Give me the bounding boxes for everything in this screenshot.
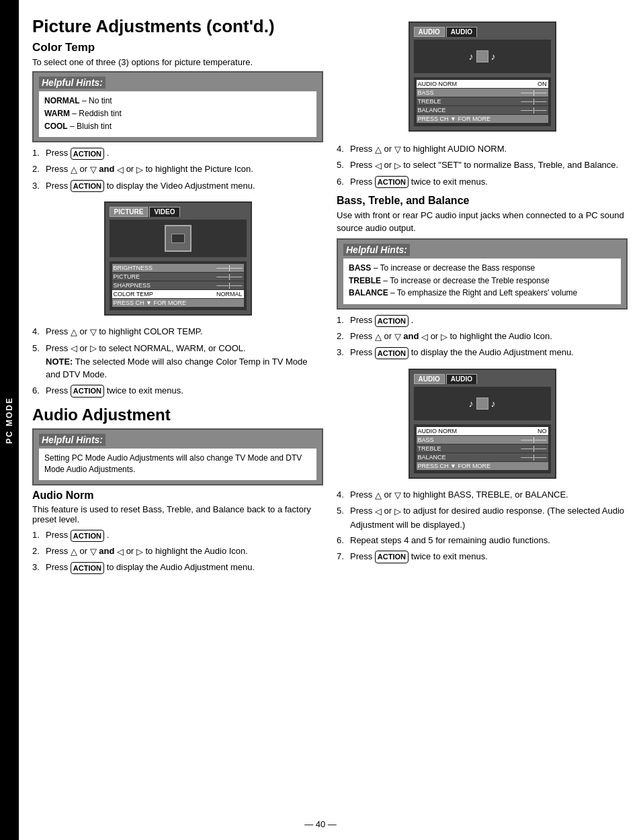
btb-description: Use with front or rear PC audio input ja… [337,209,628,234]
audio-norm-desc: This feature is used to reset Bass, Treb… [32,504,323,524]
action-btn-btb1[interactable]: ACTION [375,315,409,328]
audio-screen-top: AUDIO AUDIO ♪ ♪ AUDIO NORMON [409,21,556,132]
color-temp-steps-cont: 4. Press △ or ▽ to highlight COLOR TEMP.… [32,325,323,397]
screen-menu: BRIGHTNESS——|—— PICTURE——|—— SHARPNESS——… [110,261,247,310]
up-arrow: △ [71,163,77,177]
btb-step-2: 2. Press △ or ▽ and ◁ or ▷ to highlight … [337,330,628,343]
btb-hints-body: BASS – To increase or decrease the Bass … [343,259,621,304]
down-arrow: ▽ [90,163,97,177]
tv-icon [165,225,191,252]
menu-audio-norm-on: AUDIO NORMON [417,80,548,88]
main-content: Picture Adjustments (cont'd.) Color Temp… [19,0,641,840]
right-column: AUDIO AUDIO ♪ ♪ AUDIO NORMON [337,16,628,827]
note3: ♪ [469,398,474,409]
color-temp-description: To select one of three (3) options for p… [32,57,323,67]
audio-icon-area-bottom: ♪ ♪ [414,387,551,420]
action-btn-an1[interactable]: ACTION [71,530,104,543]
tab-audio2: AUDIO [446,27,477,37]
audio-adjustment-title: Audio Adjustment [32,406,323,424]
audio-screen-bottom: AUDIO AUDIO ♪ ♪ AUDIO NORMNO [409,369,556,479]
menu-color-temp: COLOR TEMPNORMAL [112,290,244,298]
left-arrow: ◁ [117,163,124,177]
action-btn-6[interactable]: ACTION [71,385,104,398]
tv-screen [171,234,185,243]
tab-audio1: AUDIO [414,27,445,37]
color-temp-hints: Helpful Hints: NORMAL – No tint WARM – R… [32,71,323,142]
hint-cool: COOL – Bluish tint [44,121,311,132]
action-btn-r6[interactable]: ACTION [375,176,409,189]
audio-hints-body: Setting PC Mode Audio Adjustments will a… [39,449,316,481]
audio-hints-text: Setting PC Mode Audio Adjustments will a… [44,453,311,475]
menu-press-more-top: PRESS CH ▼ FOR MORE [417,115,548,123]
step-1: 1. Press ACTION . [32,146,323,160]
menu-treble-bottom: TREBLE——|—— [417,445,548,453]
action-btn-3[interactable]: ACTION [71,180,104,193]
action-btn-1[interactable]: ACTION [71,148,104,160]
speaker-icon [476,50,488,62]
tab-video: VIDEO [149,207,179,217]
r-step-4: 4. Press △ or ▽ to highlight AUDIO NORM. [337,142,628,156]
action-btn-btb7[interactable]: ACTION [375,551,409,563]
audio-norm-steps: 1. Press ACTION . 2. Press △ or ▽ and ◁ … [32,528,323,574]
audio-norm-steps-right: 4. Press △ or ▽ to highlight AUDIO NORM.… [337,142,628,188]
color-temp-steps: 1. Press ACTION . 2. Press △ or ▽ and ◁ … [32,146,323,192]
menu-press-more-bottom: PRESS CH ▼ FOR MORE [417,462,548,470]
screen-tabs: PICTURE VIDEO [110,207,247,217]
step-4: 4. Press △ or ▽ to highlight COLOR TEMP. [32,325,323,338]
menu-bass-top: BASS——|—— [417,89,548,97]
note4: ♪ [491,398,496,409]
menu-picture: PICTURE——|—— [112,273,244,281]
btb-step-6: 6. Repeat steps 4 and 5 for remaining au… [337,534,628,547]
audio-screen-tabs-bottom: AUDIO AUDIO [414,374,551,384]
audio-screen-top-wrapper: AUDIO AUDIO ♪ ♪ AUDIO NORMON [337,16,628,137]
btb-hints-title: Helpful Hints: [343,244,410,256]
menu-balance-bottom: BALANCE——|—— [417,453,548,461]
side-tab-label: PC MODE [0,0,19,840]
hint-warm: WARM – Reddish tint [44,108,311,120]
btb-title: Bass, Treble, and Balance [337,195,628,207]
btb-steps: 1. Press ACTION . 2. Press △ or ▽ and ◁ … [337,314,628,359]
audio-hints: Helpful Hints: Setting PC Mode Audio Adj… [32,428,323,486]
note1: ♪ [469,51,474,62]
hint-normal: NORMAL – No tint [44,95,311,107]
hints-title: Helpful Hints: [39,77,105,89]
picture-screen-wrapper: PICTURE VIDEO BRIGHTNESS——|—— PICTUR [32,196,323,321]
menu-treble-top: TREBLE——|—— [417,97,548,105]
color-temp-title: Color Temp [32,41,323,54]
right-arrow: ▷ [136,163,143,177]
audio-hints-title: Helpful Hints: [39,434,105,446]
btb-hints: Helpful Hints: BASS – To increase or dec… [337,238,628,310]
picture-screen: PICTURE VIDEO BRIGHTNESS——|—— PICTUR [104,201,252,316]
audio-icon-area: ♪ ♪ [414,40,551,73]
audio-screen-menu-top: AUDIO NORMON BASS——|—— TREBLE——|—— BALAN… [414,77,551,126]
audio-norm-title: Audio Norm [32,489,323,502]
audio-screen-menu-bottom: AUDIO NORMNO BASS——|—— TREBLE——|—— BALAN… [414,424,551,473]
audio-notes-area: ♪ ♪ [469,50,496,62]
action-btn-btb3[interactable]: ACTION [375,347,409,360]
menu-bass-bottom: BASS——|—— [417,436,548,444]
hints-body: NORMAL – No tint WARM – Reddish tint COO… [39,91,316,137]
btb-step-1: 1. Press ACTION . [337,314,628,327]
screen-icon-area [110,220,247,257]
btb-step-5: 5. Press ◁ or ▷ to adjust for desired au… [337,504,628,531]
audio-notes-area-bottom: ♪ ♪ [469,398,496,410]
page-container: PC MODE Picture Adjustments (cont'd.) Co… [0,0,641,840]
note2: ♪ [491,51,496,62]
hint-treble: TREBLE – To increase or decrease the Tre… [349,275,615,287]
action-btn-an3[interactable]: ACTION [71,562,104,575]
step-2: 2. Press △ or ▽ and ◁ or ▷ to highlight … [32,162,323,176]
btb-step-7: 7. Press ACTION twice to exit menus. [337,550,628,563]
step-5: 5. Press ◁ or ▷ to select NORMAL, WARM, … [32,342,323,381]
hint-bass: BASS – To increase or decrease the Bass … [349,263,615,274]
menu-audio-norm-no: AUDIO NORMNO [417,427,548,435]
an-step-1: 1. Press ACTION . [32,528,323,542]
left-column: Picture Adjustments (cont'd.) Color Temp… [32,16,323,827]
tab-audio-b1: AUDIO [414,374,445,384]
audio-screen-bottom-wrapper: AUDIO AUDIO ♪ ♪ AUDIO NORMNO [337,363,628,484]
r-step-5: 5. Press ◁ or ▷ to select "SET" to norma… [337,158,628,172]
btb-step-4: 4. Press △ or ▽ to highlight BASS, TREBL… [337,488,628,502]
menu-sharpness: SHARPNESS——|—— [112,281,244,289]
menu-brightness: BRIGHTNESS——|—— [112,264,244,272]
step-6: 6. Press ACTION twice to exit menus. [32,384,323,398]
speaker-icon-bottom [476,398,488,410]
